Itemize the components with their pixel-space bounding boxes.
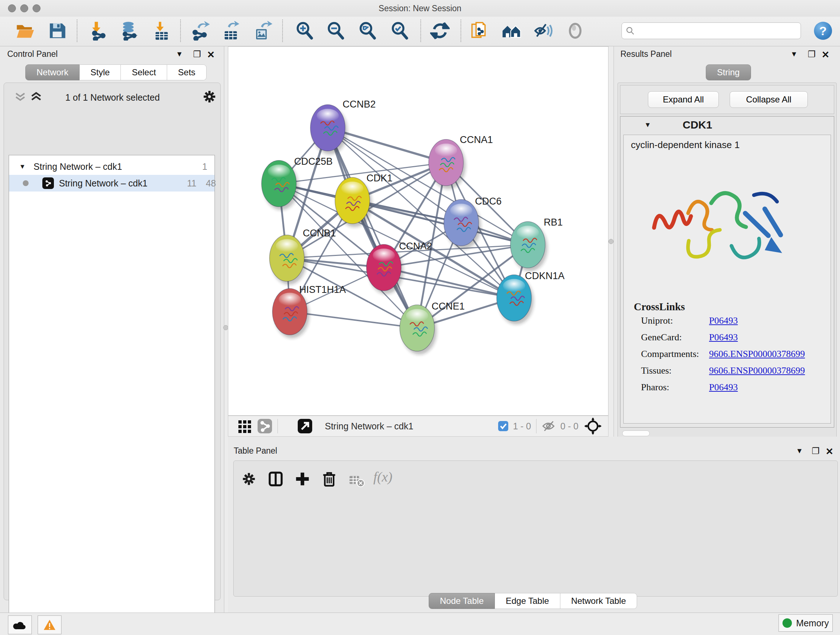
- node-label-RB1: RB1: [544, 217, 563, 228]
- results-panel-float-icon[interactable]: ❐: [808, 49, 816, 59]
- import-table-icon[interactable]: [152, 21, 172, 41]
- tab-sets[interactable]: Sets: [167, 65, 207, 80]
- zoom-fit-icon[interactable]: [358, 21, 377, 41]
- export-image-icon[interactable]: [253, 21, 272, 41]
- clone-network-icon[interactable]: [470, 21, 489, 41]
- node-CCNB2[interactable]: [310, 105, 347, 154]
- network-selection-status: 1 of 1 Network selected: [4, 92, 221, 103]
- export-network-icon[interactable]: [190, 21, 210, 41]
- hidden-eye-icon[interactable]: [542, 420, 556, 432]
- crosslink-value-link[interactable]: 9606.ENSP00000378699: [709, 348, 805, 359]
- save-session-icon[interactable]: [47, 21, 67, 41]
- network-canvas[interactable]: CCNB2CCNA1CDC25BCDK1CDC6RB1CCNB1CCNA2CDK…: [228, 46, 608, 416]
- refresh-layout-icon[interactable]: [430, 21, 450, 41]
- node-HIST1H1A[interactable]: [272, 288, 309, 338]
- hidden-count: 0 - 0: [561, 421, 578, 432]
- node-CDC6[interactable]: [444, 200, 481, 249]
- edge-CCNA2-CDKN1A[interactable]: [384, 268, 514, 298]
- zoom-selected-icon[interactable]: [390, 21, 409, 41]
- collection-name: String Network – cdk1: [34, 162, 122, 172]
- results-panel-close-icon[interactable]: ✕: [821, 49, 829, 60]
- cdk1-detail-box: cyclin-dependent kinase 1: [623, 135, 831, 424]
- function-builder-icon[interactable]: f(x): [373, 469, 393, 485]
- network-tree: ▼ String Network – cdk1 1 String Network…: [9, 155, 215, 635]
- results-panel-collapse-icon[interactable]: ▼: [790, 50, 798, 58]
- help-button[interactable]: ?: [814, 22, 832, 40]
- crosslink-label: Pharos:: [641, 382, 669, 393]
- cdk1-section-title: CDK1: [683, 119, 712, 131]
- tab-edge-table[interactable]: Edge Table: [495, 593, 561, 609]
- detach-view-icon[interactable]: [297, 418, 313, 434]
- tab-select[interactable]: Select: [121, 65, 167, 80]
- crosslink-value-link[interactable]: P06493: [709, 315, 737, 326]
- table-panel-close-icon[interactable]: ✕: [826, 446, 834, 457]
- home-layouts-icon[interactable]: [502, 21, 521, 41]
- crosslink-row: Tissues:9606.ENSP00000378699: [641, 365, 826, 382]
- search-input[interactable]: [635, 26, 794, 35]
- import-database-icon[interactable]: [119, 21, 139, 41]
- toolbar-divider: [461, 19, 461, 42]
- crosslink-value-link[interactable]: P06493: [709, 332, 737, 343]
- edge-CCNB2-CCNE1[interactable]: [328, 128, 417, 328]
- node-RB1[interactable]: [510, 222, 547, 271]
- node-CDK1[interactable]: [335, 177, 372, 227]
- warnings-button[interactable]: [38, 616, 62, 634]
- node-CDKN1A[interactable]: [497, 275, 534, 325]
- delete-column-icon[interactable]: [321, 471, 337, 487]
- crosslink-label: Uniprot:: [641, 315, 673, 326]
- node-label-CDK1: CDK1: [366, 173, 393, 184]
- add-column-icon[interactable]: [294, 471, 310, 487]
- control-panel-close-icon[interactable]: ✕: [207, 49, 215, 60]
- cloud-button[interactable]: [8, 616, 32, 634]
- tab-style[interactable]: Style: [80, 65, 121, 80]
- table-panel-tabs: Node Table Edge Table Network Table: [429, 593, 637, 609]
- control-panel-collapse-icon[interactable]: ▼: [176, 50, 183, 58]
- tab-string[interactable]: String: [706, 65, 751, 80]
- network-collection-row[interactable]: ▼ String Network – cdk1 1: [9, 158, 215, 175]
- control-panel-float-icon[interactable]: ❐: [193, 49, 201, 59]
- toolbar-divider: [536, 419, 537, 433]
- collapse-all-button[interactable]: Collapse All: [729, 91, 808, 108]
- table-gear-icon[interactable]: [241, 471, 257, 487]
- results-scrollbar-thumb[interactable]: [622, 431, 650, 436]
- grid-view-icon[interactable]: [238, 419, 252, 433]
- node-label-CCNB1: CCNB1: [303, 228, 336, 239]
- node-CCNE1[interactable]: [400, 305, 437, 355]
- node-label-CCNA1: CCNA1: [460, 134, 493, 145]
- node-CCNB1[interactable]: [270, 235, 306, 285]
- crosslink-value-link[interactable]: P06493: [709, 382, 737, 393]
- table-panel-collapse-icon[interactable]: ▼: [796, 447, 803, 455]
- table-panel-body: f(x): [233, 461, 838, 597]
- network-node-count: 11: [187, 178, 196, 188]
- left-splitter-handle[interactable]: [223, 325, 228, 330]
- right-splitter-handle[interactable]: [608, 239, 614, 244]
- open-session-icon[interactable]: [15, 21, 35, 41]
- clear-table-icon[interactable]: [349, 473, 365, 489]
- tab-network[interactable]: Network: [25, 65, 80, 80]
- birds-eye-icon[interactable]: [584, 417, 602, 435]
- window-title: Session: New Session: [0, 4, 840, 13]
- cdk1-collapse-icon[interactable]: ▼: [644, 121, 651, 129]
- zoom-out-icon[interactable]: [326, 21, 346, 41]
- select-columns-icon[interactable]: [268, 471, 284, 487]
- hide-annotations-icon[interactable]: [534, 21, 553, 41]
- node-label-CDC25B: CDC25B: [294, 156, 333, 167]
- warning-icon: [43, 619, 56, 631]
- tab-network-table[interactable]: Network Table: [561, 593, 638, 609]
- string-view-icon[interactable]: [257, 418, 272, 434]
- expand-all-button[interactable]: Expand All: [648, 91, 719, 108]
- network-row[interactable]: String Network – cdk1 11 48: [9, 175, 215, 192]
- tab-node-table[interactable]: Node Table: [429, 593, 495, 609]
- search-field[interactable]: [622, 22, 801, 39]
- memory-button[interactable]: Memory: [778, 614, 833, 632]
- tree-expand-icon[interactable]: ▼: [19, 163, 26, 171]
- show-hide-eye-icon[interactable]: [565, 21, 585, 41]
- table-panel-float-icon[interactable]: ❐: [812, 446, 820, 456]
- selected-checkbox-icon[interactable]: [498, 421, 508, 432]
- import-network-icon[interactable]: [89, 21, 109, 41]
- zoom-in-icon[interactable]: [295, 21, 314, 41]
- export-table-icon[interactable]: [221, 21, 241, 41]
- network-options-gear-icon[interactable]: [202, 89, 217, 104]
- title-bar: Session: New Session: [0, 0, 840, 17]
- crosslink-value-link[interactable]: 9606.ENSP00000378699: [709, 365, 805, 376]
